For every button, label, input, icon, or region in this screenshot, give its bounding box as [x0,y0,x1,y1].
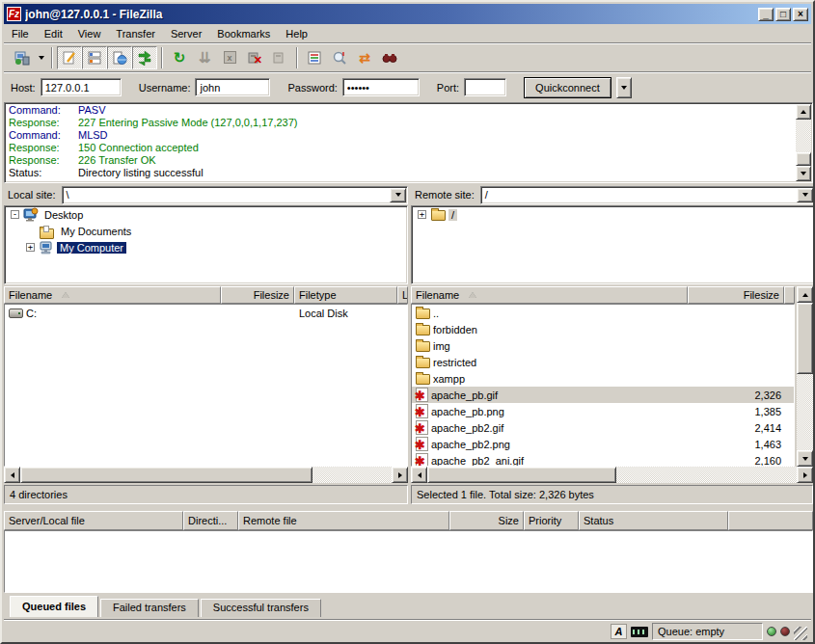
dir-row[interactable]: .. [412,305,794,321]
column-status[interactable]: Status [579,511,728,530]
scroll-right-button[interactable] [392,467,408,483]
local-hscrollbar[interactable] [4,467,408,483]
dir-row[interactable]: forbidden [412,321,794,337]
synchronized-browsing-button[interactable]: ⇄ [352,46,377,69]
menu-help[interactable]: Help [278,26,315,41]
column-filetype[interactable]: Filetype [294,286,397,304]
transfer-queue-list[interactable] [4,530,813,593]
scroll-down-button[interactable] [796,166,811,181]
menu-file[interactable]: File [4,26,37,41]
port-input[interactable] [464,78,506,96]
site-manager-button[interactable] [10,46,35,69]
scroll-right-button[interactable] [797,467,813,483]
toggle-transfer-queue-button[interactable] [132,46,157,69]
column-priority[interactable]: Priority [524,511,579,530]
file-row[interactable]: C: Local Disk [5,305,407,321]
tab-failed-transfers[interactable]: Failed transfers [100,599,199,617]
file-row[interactable]: apache_pb.png 1,385 [412,403,794,419]
image-file-icon [416,437,428,451]
minimize-button[interactable]: _ [758,8,774,21]
collapse-icon[interactable]: - [11,210,19,219]
username-label: Username: [139,82,191,94]
local-tree-icon [87,50,102,66]
dir-row[interactable]: restricted [412,354,794,370]
refresh-button[interactable]: ↻ [167,46,192,69]
file-row[interactable]: apache_pb2_ani.gif 2,160 [412,452,794,467]
column-filename[interactable]: Filename [4,286,221,304]
remote-status: Selected 1 file. Total size: 2,326 bytes [411,485,813,504]
column-last-modified[interactable]: L [397,286,408,304]
toggle-remote-tree-button[interactable] [107,46,132,69]
local-site-dropdown[interactable] [390,188,406,202]
tree-item-my-computer[interactable]: + My Computer [5,239,407,255]
site-manager-dropdown[interactable] [35,46,47,69]
scroll-thumb[interactable] [797,303,813,374]
scroll-thumb[interactable] [796,152,811,166]
file-row-selected[interactable]: apache_pb.gif 2,326 [412,387,794,403]
remote-site-dropdown[interactable] [797,188,813,202]
menu-server[interactable]: Server [163,26,209,41]
log-line: Response:227 Entering Passive Mode (127,… [5,117,812,129]
resize-grip[interactable] [794,627,807,640]
tree-item-desktop[interactable]: - Desktop [5,206,407,223]
folder-icon [416,341,430,352]
menu-edit[interactable]: Edit [37,26,70,41]
password-input[interactable] [342,78,420,96]
column-filesize[interactable]: Filesize [688,286,784,304]
column-filename[interactable]: Filename [411,286,688,304]
process-queue-button[interactable]: ⇊ [192,46,217,69]
my-documents-icon [40,225,55,238]
arrow-up-icon [801,110,806,114]
remote-vscrollbar[interactable] [797,286,813,467]
expand-icon[interactable]: + [418,210,426,219]
arrow-down-icon [801,172,806,175]
column-size[interactable]: Size [449,511,524,530]
log-scrollbar[interactable] [796,104,811,181]
arrow-left-icon [11,472,14,478]
scroll-left-button[interactable] [411,467,427,483]
maximize-button[interactable]: □ [775,8,791,21]
remote-hscrollbar[interactable] [411,467,813,483]
directory-comparison-button[interactable] [327,46,352,69]
tree-item-root[interactable]: + / [412,206,814,223]
local-site-combo[interactable]: \ [62,186,408,204]
file-row[interactable]: apache_pb2.gif 2,414 [412,419,794,436]
username-input[interactable] [195,78,270,96]
scroll-left-button[interactable] [4,467,20,483]
menu-view[interactable]: View [70,26,109,41]
my-computer-icon [39,240,54,255]
toggle-message-log-button[interactable] [57,46,82,69]
cancel-operation-button[interactable]: x [217,46,242,69]
column-server-local-file[interactable]: Server/Local file [4,511,183,530]
scroll-down-button[interactable] [797,450,813,467]
scroll-thumb[interactable] [20,467,312,483]
toggle-local-tree-button[interactable] [82,46,107,69]
remote-list-header: Filename Filesize [411,286,795,304]
tree-item-my-documents[interactable]: My Documents [5,223,407,239]
quickconnect-dropdown[interactable] [616,77,632,98]
title-bar[interactable]: Fz john@127.0.0.1 - FileZilla _ □ × [4,4,811,24]
remote-site-combo[interactable]: / [480,186,815,204]
column-direction[interactable]: Directi... [183,511,238,530]
local-tree: - Desktop My Documents + [4,205,408,284]
menu-transfer[interactable]: Transfer [108,26,163,41]
disconnect-button[interactable]: ✕ [242,46,267,69]
scroll-up-button[interactable] [796,104,811,120]
quickconnect-button[interactable]: Quickconnect [524,77,611,98]
menu-bookmarks[interactable]: Bookmarks [209,26,278,41]
directory-listing-filters-button[interactable] [302,46,327,69]
scroll-thumb[interactable] [427,467,616,483]
tab-queued-files[interactable]: Queued files [10,596,98,617]
column-filesize[interactable]: Filesize [221,286,294,304]
scroll-up-button[interactable] [797,286,813,303]
expand-icon[interactable]: + [26,243,35,252]
dir-row[interactable]: img [412,337,794,354]
tab-successful-transfers[interactable]: Successful transfers [201,599,321,617]
file-row[interactable]: apache_pb2.png 1,463 [412,436,794,452]
column-remote-file[interactable]: Remote file [238,511,449,530]
close-button[interactable]: × [793,8,808,21]
reconnect-button[interactable] [267,46,292,69]
host-input[interactable] [41,78,122,96]
dir-row[interactable]: xampp [412,370,794,387]
find-files-button[interactable] [377,46,402,69]
